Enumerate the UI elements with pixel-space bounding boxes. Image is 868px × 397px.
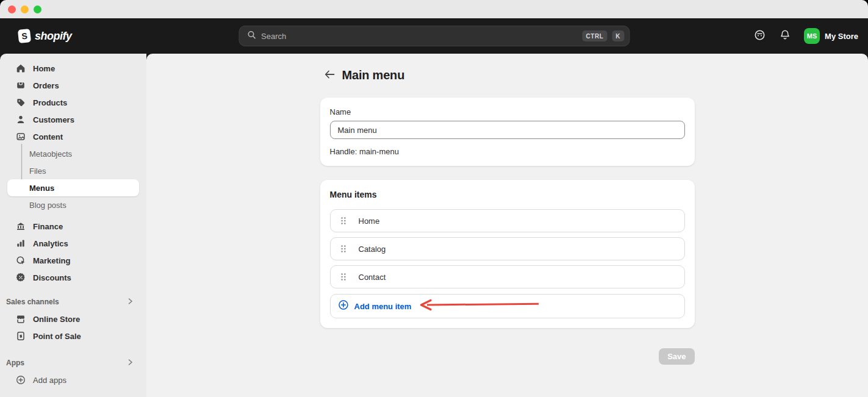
sidebar-item-orders[interactable]: Orders (7, 77, 139, 94)
plus-circle-icon (16, 375, 26, 385)
sidebar-item-label: Finance (29, 222, 63, 231)
top-bar-right: MS My Store (753, 28, 858, 44)
shortcut-k-badge: K (612, 30, 624, 41)
sidebar-item-customers[interactable]: Customers (7, 111, 139, 128)
sidebar-subitem-label: Blog posts (29, 201, 66, 210)
zoom-window-button[interactable] (34, 5, 41, 13)
sidebar-item-analytics[interactable]: Analytics (7, 235, 139, 252)
menu-items-card: Menu items Home Catalog Contact (320, 180, 695, 328)
spacer (0, 345, 146, 354)
notifications-button[interactable] (780, 29, 791, 43)
global-search[interactable]: CTRL K (239, 26, 629, 46)
sidebar-item-discounts[interactable]: Discounts (7, 269, 139, 286)
sidebar-item-finance[interactable]: Finance (7, 218, 139, 235)
menu-item-label: Home (359, 216, 380, 226)
sidebar-item-label: Online Store (29, 315, 80, 324)
save-button[interactable]: Save (659, 348, 694, 365)
shortcut-ctrl-badge: CTRL (583, 30, 608, 41)
sidebar-item-marketing[interactable]: Marketing (7, 252, 139, 269)
search-icon (246, 30, 256, 42)
sidebar: Home Orders Products Customers Content M… (0, 54, 146, 397)
drag-handle-icon[interactable] (340, 216, 346, 225)
marketing-target-icon (16, 256, 26, 265)
shopify-logo[interactable]: S shopify (18, 29, 72, 43)
minimize-window-button[interactable] (21, 5, 29, 13)
menu-item-label: Catalog (359, 245, 386, 254)
point-of-sale-icon (16, 331, 26, 341)
shopify-bag-icon: S (18, 29, 31, 43)
add-menu-item-button[interactable]: Add menu item (330, 294, 685, 318)
section-label: Apps (6, 359, 24, 367)
shopify-wordmark: shopify (35, 30, 72, 43)
finance-bank-icon (16, 221, 26, 231)
sidebar-item-metaobjects[interactable]: Metaobjects (7, 145, 139, 162)
sidebar-item-label: Discounts (29, 273, 71, 282)
customers-icon (16, 115, 26, 124)
drag-handle-icon[interactable] (340, 245, 346, 253)
menu-item-row-home[interactable]: Home (330, 209, 685, 232)
online-store-icon (16, 314, 26, 324)
save-row: Save (320, 348, 695, 365)
handle-text: Handle: main-menu (330, 147, 685, 156)
sidebar-subitem-label: Menus (29, 184, 54, 193)
section-label: Sales channels (6, 298, 59, 306)
page-title: Main menu (342, 68, 405, 82)
sidebar-item-point-of-sale[interactable]: Point of Sale (7, 327, 139, 345)
orders-icon (16, 80, 26, 90)
macos-titlebar (0, 0, 868, 18)
drag-handle-icon[interactable] (340, 273, 346, 281)
sidebar-item-label: Analytics (29, 239, 68, 248)
close-window-button[interactable] (8, 5, 16, 13)
apps-section-header[interactable]: Apps (0, 354, 146, 371)
sidebar-subitem-label: Metaobjects (29, 149, 72, 159)
bell-icon (780, 29, 791, 43)
content-media-icon (16, 132, 26, 141)
chevron-right-icon (127, 298, 133, 307)
sidekick-button[interactable] (753, 29, 766, 43)
annotation-arrow (418, 299, 540, 313)
sales-channels-section-header[interactable]: Sales channels (0, 293, 146, 310)
sidebar-item-label: Content (29, 132, 63, 141)
sidebar-item-content[interactable]: Content (7, 128, 139, 145)
sidebar-item-blog-posts[interactable]: Blog posts (7, 196, 139, 213)
page-header: Main menu (320, 68, 695, 82)
sidebar-item-label: Marketing (29, 256, 70, 265)
discounts-badge-icon (16, 273, 26, 282)
menu-item-row-catalog[interactable]: Catalog (330, 237, 685, 260)
account-menu[interactable]: MS My Store (804, 28, 858, 44)
sidebar-item-online-store[interactable]: Online Store (7, 310, 139, 327)
sidekick-icon (753, 29, 766, 43)
menu-item-row-contact[interactable]: Contact (330, 265, 685, 288)
sidebar-item-label: Orders (29, 81, 59, 90)
sidebar-item-label: Point of Sale (29, 332, 81, 341)
top-bar: S shopify CTRL K MS M (0, 18, 868, 54)
menu-item-label: Contact (359, 273, 386, 282)
menu-items-title: Menu items (330, 190, 685, 199)
sidebar-item-add-apps[interactable]: Add apps (7, 371, 139, 388)
products-tag-icon (16, 98, 26, 107)
chevron-right-icon (127, 359, 133, 368)
sidebar-item-files[interactable]: Files (7, 162, 139, 179)
add-menu-item-label: Add menu item (354, 302, 412, 311)
store-avatar: MS (804, 28, 820, 44)
analytics-bars-icon (16, 238, 26, 248)
sidebar-item-home[interactable]: Home (7, 60, 139, 77)
sidebar-item-label: Home (29, 64, 55, 73)
back-arrow-icon (325, 70, 335, 80)
sidebar-item-menus[interactable]: Menus (7, 179, 139, 196)
spacer (0, 213, 146, 218)
home-icon (16, 63, 26, 73)
sidebar-item-label: Customers (29, 115, 74, 124)
back-button[interactable] (325, 70, 335, 80)
sidebar-item-products[interactable]: Products (7, 94, 139, 111)
main-content: Main menu Name Handle: main-menu Menu it… (146, 54, 868, 397)
menu-name-input[interactable] (330, 121, 685, 139)
search-input[interactable] (261, 32, 578, 41)
spacer (0, 286, 146, 293)
body-area: Home Orders Products Customers Content M… (0, 54, 868, 397)
add-plus-circle-icon (338, 299, 349, 313)
store-name: My Store (825, 32, 858, 41)
sidebar-item-label: Add apps (29, 376, 66, 385)
app-window: S shopify CTRL K MS M (0, 0, 868, 397)
name-card: Name Handle: main-menu (320, 98, 695, 166)
